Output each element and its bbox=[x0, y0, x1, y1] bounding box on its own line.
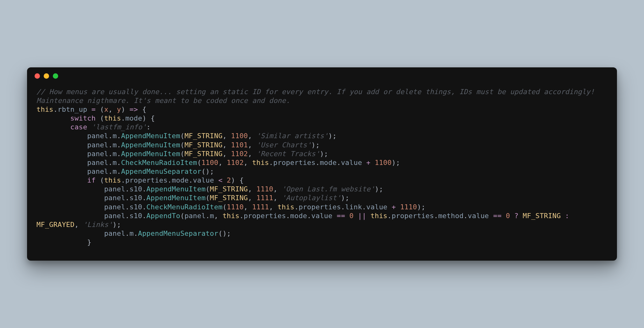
tok: ) bbox=[231, 176, 235, 184]
tok: switch bbox=[70, 114, 96, 122]
tok: AppendMenuItem bbox=[121, 141, 180, 149]
tok: ) bbox=[320, 150, 324, 158]
tok: ) bbox=[121, 105, 125, 113]
tok: ; bbox=[227, 229, 231, 237]
tok: ( bbox=[218, 229, 222, 237]
tok bbox=[36, 150, 87, 158]
tok: , bbox=[223, 141, 231, 149]
tok: properties bbox=[392, 212, 434, 220]
tok bbox=[96, 176, 100, 184]
tok bbox=[36, 141, 87, 149]
tok: AppendMenuItem bbox=[147, 194, 206, 202]
tok: m bbox=[113, 150, 117, 158]
tok bbox=[96, 114, 100, 122]
tok: ( bbox=[100, 114, 104, 122]
tok: , bbox=[273, 185, 282, 193]
tok: ; bbox=[315, 141, 319, 149]
tok: m bbox=[210, 212, 214, 220]
tok: panel bbox=[104, 229, 125, 237]
tok: 1110 bbox=[256, 185, 273, 193]
tok: mode bbox=[290, 212, 307, 220]
tok: MF_STRING bbox=[210, 185, 248, 193]
tok: 0 bbox=[349, 212, 353, 220]
tok: . bbox=[286, 212, 290, 220]
tok: MF_STRING bbox=[210, 194, 248, 202]
tok: 'Similar artists' bbox=[256, 132, 328, 140]
tok: ) bbox=[206, 167, 210, 175]
tok: ; bbox=[210, 167, 214, 175]
tok: , bbox=[223, 132, 231, 140]
tok: panel bbox=[185, 212, 206, 220]
tok: 0 bbox=[506, 212, 510, 220]
tok: m bbox=[113, 132, 117, 140]
tok: value bbox=[366, 203, 387, 211]
zoom-icon[interactable] bbox=[53, 73, 58, 79]
tok: , bbox=[108, 105, 117, 113]
tok bbox=[36, 203, 104, 211]
tok: , bbox=[75, 221, 83, 229]
tok: ( bbox=[206, 185, 210, 193]
tok: . bbox=[341, 203, 345, 211]
tok: ; bbox=[324, 150, 328, 158]
tok: 'Open Last.fm website' bbox=[282, 185, 375, 193]
tok: properties bbox=[125, 176, 167, 184]
tok: ) bbox=[223, 229, 227, 237]
tok: + bbox=[387, 203, 400, 211]
tok: ; bbox=[332, 132, 336, 140]
tok bbox=[36, 212, 104, 220]
tok bbox=[87, 123, 91, 131]
tok: this bbox=[36, 105, 53, 113]
tok: this bbox=[104, 176, 121, 184]
tok: : bbox=[147, 123, 151, 131]
tok: AppendTo bbox=[147, 212, 180, 220]
tok: . bbox=[121, 176, 125, 184]
tok: , bbox=[248, 132, 256, 140]
tok: , bbox=[248, 185, 256, 193]
minimize-icon[interactable] bbox=[44, 73, 49, 79]
tok: this bbox=[277, 203, 294, 211]
tok: 1111 bbox=[256, 194, 273, 202]
tok: s10 bbox=[130, 194, 142, 202]
tok: . bbox=[294, 203, 298, 211]
tok: panel bbox=[87, 132, 108, 140]
tok bbox=[36, 167, 87, 175]
tok: , bbox=[248, 150, 256, 158]
tok: value bbox=[468, 212, 489, 220]
tok: . bbox=[362, 203, 366, 211]
tok: 1110 bbox=[227, 203, 244, 211]
tok: if bbox=[87, 176, 96, 184]
tok bbox=[235, 176, 239, 184]
tok: ; bbox=[421, 203, 425, 211]
tok: : bbox=[561, 212, 573, 220]
tok: { bbox=[239, 176, 243, 184]
tok: ) bbox=[113, 221, 117, 229]
tok: . bbox=[337, 159, 341, 167]
tok: m bbox=[113, 167, 117, 175]
tok bbox=[36, 238, 87, 246]
tok: CheckMenuRadioItem bbox=[121, 159, 197, 167]
tok: MF_GRAYED bbox=[36, 221, 75, 229]
tok: . bbox=[125, 185, 129, 193]
tok: ; bbox=[396, 159, 400, 167]
tok: panel bbox=[87, 150, 108, 158]
tok: x bbox=[104, 105, 108, 113]
close-icon[interactable] bbox=[35, 73, 40, 79]
code-comment: // How menus are usually done... setting… bbox=[36, 88, 599, 105]
tok: . bbox=[108, 132, 113, 140]
tok: 1110 bbox=[400, 203, 417, 211]
tok: ( bbox=[201, 167, 205, 175]
tok: panel bbox=[104, 212, 125, 220]
tok: s10 bbox=[130, 212, 142, 220]
tok: rbtn_up bbox=[58, 105, 87, 113]
tok: this bbox=[223, 212, 240, 220]
tok: 1102 bbox=[231, 150, 248, 158]
tok: , bbox=[244, 159, 252, 167]
tok: . bbox=[134, 229, 138, 237]
tok: panel bbox=[104, 194, 125, 202]
tok: . bbox=[307, 212, 311, 220]
tok: method bbox=[438, 212, 464, 220]
tok: . bbox=[239, 212, 243, 220]
tok: . bbox=[117, 141, 121, 149]
tok: m bbox=[130, 229, 134, 237]
tok: mode bbox=[172, 176, 189, 184]
